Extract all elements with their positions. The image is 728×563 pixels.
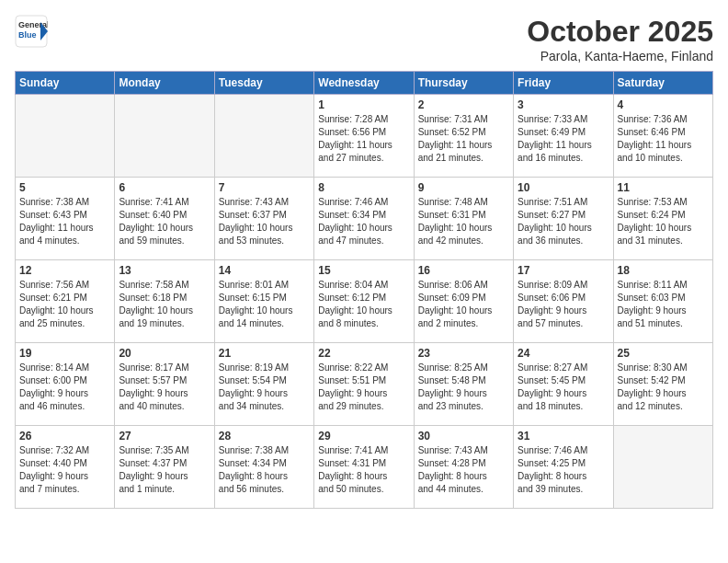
calendar-cell: 27Sunrise: 7:35 AM Sunset: 4:37 PM Dayli… [115, 426, 214, 509]
calendar-cell: 30Sunrise: 7:43 AM Sunset: 4:28 PM Dayli… [414, 426, 513, 509]
day-number: 3 [518, 98, 609, 111]
day-info: Sunrise: 8:01 AM Sunset: 6:15 PM Dayligh… [219, 279, 310, 330]
calendar-cell: 23Sunrise: 8:25 AM Sunset: 5:48 PM Dayli… [414, 343, 513, 426]
day-number: 31 [518, 430, 609, 442]
calendar-cell: 25Sunrise: 8:30 AM Sunset: 5:42 PM Dayli… [613, 343, 712, 426]
day-number: 18 [618, 264, 709, 277]
calendar-cell: 29Sunrise: 7:41 AM Sunset: 4:31 PM Dayli… [314, 426, 414, 509]
calendar-cell: 17Sunrise: 8:09 AM Sunset: 6:06 PM Dayli… [514, 260, 613, 343]
calendar-cell: 3Sunrise: 7:33 AM Sunset: 6:49 PM Daylig… [514, 95, 613, 178]
day-info: Sunrise: 8:09 AM Sunset: 6:06 PM Dayligh… [518, 279, 609, 330]
day-number: 25 [618, 347, 709, 360]
day-info: Sunrise: 8:27 AM Sunset: 5:45 PM Dayligh… [518, 362, 609, 413]
day-info: Sunrise: 8:11 AM Sunset: 6:03 PM Dayligh… [618, 279, 709, 330]
calendar-cell: 14Sunrise: 8:01 AM Sunset: 6:15 PM Dayli… [214, 260, 313, 343]
calendar-table: SundayMondayTuesdayWednesdayThursdayFrid… [15, 71, 713, 509]
day-info: Sunrise: 7:56 AM Sunset: 6:21 PM Dayligh… [19, 279, 110, 330]
day-info: Sunrise: 7:46 AM Sunset: 6:34 PM Dayligh… [318, 196, 409, 247]
calendar-cell: 18Sunrise: 8:11 AM Sunset: 6:03 PM Dayli… [613, 260, 712, 343]
calendar-cell: 5Sunrise: 7:38 AM Sunset: 6:43 PM Daylig… [16, 178, 115, 260]
page-header: General Blue October 2025 Parola, Kanta-… [15, 15, 713, 63]
calendar-cell: 22Sunrise: 8:22 AM Sunset: 5:51 PM Dayli… [314, 343, 414, 426]
page-subtitle: Parola, Kanta-Haeme, Finland [527, 49, 713, 63]
weekday-header-sunday: Sunday [16, 72, 115, 95]
day-info: Sunrise: 8:22 AM Sunset: 5:51 PM Dayligh… [318, 362, 409, 413]
day-number: 11 [618, 181, 709, 194]
calendar-cell: 9Sunrise: 7:48 AM Sunset: 6:31 PM Daylig… [414, 178, 513, 260]
calendar-cell: 26Sunrise: 7:32 AM Sunset: 4:40 PM Dayli… [16, 426, 115, 509]
weekday-header-wednesday: Wednesday [314, 72, 414, 95]
day-info: Sunrise: 7:41 AM Sunset: 4:31 PM Dayligh… [318, 444, 409, 496]
day-info: Sunrise: 7:46 AM Sunset: 4:25 PM Dayligh… [518, 444, 609, 496]
weekday-header-monday: Monday [115, 72, 214, 95]
day-number: 13 [119, 264, 210, 277]
week-row-3: 12Sunrise: 7:56 AM Sunset: 6:21 PM Dayli… [16, 260, 713, 343]
day-info: Sunrise: 7:36 AM Sunset: 6:46 PM Dayligh… [618, 113, 709, 165]
calendar-cell: 6Sunrise: 7:41 AM Sunset: 6:40 PM Daylig… [115, 178, 214, 260]
weekday-header-friday: Friday [514, 72, 613, 95]
calendar-cell [115, 95, 214, 178]
day-info: Sunrise: 7:38 AM Sunset: 6:43 PM Dayligh… [19, 196, 110, 247]
day-info: Sunrise: 7:58 AM Sunset: 6:18 PM Dayligh… [119, 279, 210, 330]
day-info: Sunrise: 7:48 AM Sunset: 6:31 PM Dayligh… [418, 196, 509, 247]
day-number: 29 [318, 430, 409, 442]
calendar-cell: 4Sunrise: 7:36 AM Sunset: 6:46 PM Daylig… [613, 95, 712, 178]
day-info: Sunrise: 8:25 AM Sunset: 5:48 PM Dayligh… [418, 362, 509, 413]
calendar-cell [613, 426, 712, 509]
day-info: Sunrise: 7:38 AM Sunset: 4:34 PM Dayligh… [219, 444, 310, 496]
day-number: 1 [318, 98, 409, 111]
week-row-5: 26Sunrise: 7:32 AM Sunset: 4:40 PM Dayli… [16, 426, 713, 509]
calendar-cell: 11Sunrise: 7:53 AM Sunset: 6:24 PM Dayli… [613, 178, 712, 260]
calendar-cell: 31Sunrise: 7:46 AM Sunset: 4:25 PM Dayli… [514, 426, 613, 509]
week-row-1: 1Sunrise: 7:28 AM Sunset: 6:56 PM Daylig… [16, 95, 713, 178]
title-block: October 2025 Parola, Kanta-Haeme, Finlan… [527, 15, 713, 63]
day-number: 9 [418, 181, 509, 194]
calendar-cell: 8Sunrise: 7:46 AM Sunset: 6:34 PM Daylig… [314, 178, 414, 260]
day-info: Sunrise: 7:32 AM Sunset: 4:40 PM Dayligh… [19, 444, 110, 496]
day-number: 2 [418, 98, 509, 111]
day-number: 15 [318, 264, 409, 277]
day-number: 6 [119, 181, 210, 194]
day-number: 24 [518, 347, 609, 360]
day-number: 4 [618, 98, 709, 111]
weekday-header-saturday: Saturday [613, 72, 712, 95]
day-number: 10 [518, 181, 609, 194]
calendar-cell: 15Sunrise: 8:04 AM Sunset: 6:12 PM Dayli… [314, 260, 414, 343]
day-number: 8 [318, 181, 409, 194]
day-info: Sunrise: 7:43 AM Sunset: 6:37 PM Dayligh… [219, 196, 310, 247]
calendar-cell [214, 95, 313, 178]
day-number: 14 [219, 264, 310, 277]
day-number: 21 [219, 347, 310, 360]
day-number: 20 [119, 347, 210, 360]
day-number: 27 [119, 430, 210, 442]
calendar-cell [16, 95, 115, 178]
calendar-cell: 21Sunrise: 8:19 AM Sunset: 5:54 PM Dayli… [214, 343, 313, 426]
calendar-cell: 28Sunrise: 7:38 AM Sunset: 4:34 PM Dayli… [214, 426, 313, 509]
calendar-cell: 12Sunrise: 7:56 AM Sunset: 6:21 PM Dayli… [16, 260, 115, 343]
day-info: Sunrise: 7:43 AM Sunset: 4:28 PM Dayligh… [418, 444, 509, 496]
calendar-cell: 2Sunrise: 7:31 AM Sunset: 6:52 PM Daylig… [414, 95, 513, 178]
day-info: Sunrise: 8:04 AM Sunset: 6:12 PM Dayligh… [318, 279, 409, 330]
day-number: 22 [318, 347, 409, 360]
day-number: 30 [418, 430, 509, 442]
day-info: Sunrise: 8:06 AM Sunset: 6:09 PM Dayligh… [418, 279, 509, 330]
day-info: Sunrise: 7:33 AM Sunset: 6:49 PM Dayligh… [518, 113, 609, 165]
svg-text:Blue: Blue [18, 30, 37, 40]
day-info: Sunrise: 8:30 AM Sunset: 5:42 PM Dayligh… [618, 362, 709, 413]
calendar-cell: 19Sunrise: 8:14 AM Sunset: 6:00 PM Dayli… [16, 343, 115, 426]
calendar-cell: 10Sunrise: 7:51 AM Sunset: 6:27 PM Dayli… [514, 178, 613, 260]
day-info: Sunrise: 7:41 AM Sunset: 6:40 PM Dayligh… [119, 196, 210, 247]
day-info: Sunrise: 7:53 AM Sunset: 6:24 PM Dayligh… [618, 196, 709, 247]
week-row-4: 19Sunrise: 8:14 AM Sunset: 6:00 PM Dayli… [16, 343, 713, 426]
page-title: October 2025 [527, 15, 713, 49]
day-info: Sunrise: 8:17 AM Sunset: 5:57 PM Dayligh… [119, 362, 210, 413]
weekday-header-tuesday: Tuesday [214, 72, 313, 95]
calendar-cell: 13Sunrise: 7:58 AM Sunset: 6:18 PM Dayli… [115, 260, 214, 343]
day-info: Sunrise: 7:28 AM Sunset: 6:56 PM Dayligh… [318, 113, 409, 165]
day-info: Sunrise: 7:31 AM Sunset: 6:52 PM Dayligh… [418, 113, 509, 165]
day-number: 7 [219, 181, 310, 194]
day-info: Sunrise: 7:51 AM Sunset: 6:27 PM Dayligh… [518, 196, 609, 247]
logo: General Blue [15, 15, 48, 48]
day-number: 26 [19, 430, 110, 442]
calendar-cell: 20Sunrise: 8:17 AM Sunset: 5:57 PM Dayli… [115, 343, 214, 426]
